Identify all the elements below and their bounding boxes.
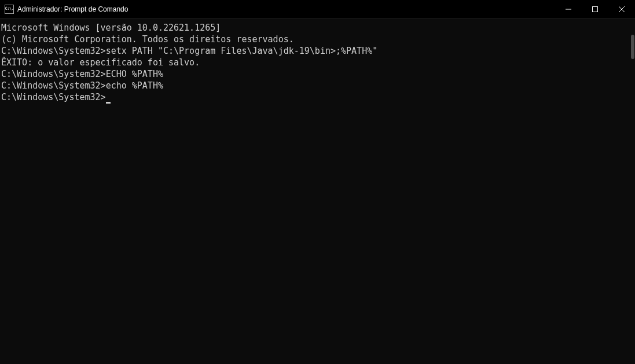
copyright-line: (c) Microsoft Corporation. Todos os dire… (1, 34, 626, 45)
terminal-output[interactable]: Microsoft Windows [versão 10.0.22621.126… (0, 19, 626, 364)
window-controls (555, 0, 635, 18)
prompt-path: C:\Windows\System32> (1, 69, 106, 79)
command-line: C:\Windows\System32>setx PATH "C:\Progra… (1, 45, 626, 57)
svg-rect-1 (593, 7, 598, 12)
window-title: Administrador: Prompt de Comando (17, 5, 555, 13)
terminal-body[interactable]: Microsoft Windows [versão 10.0.22621.126… (0, 19, 635, 364)
command-line: C:\Windows\System32>ECHO %PATH% (1, 68, 626, 80)
command-text: setx PATH "C:\Program Files\Java\jdk-19\… (106, 46, 378, 56)
cmd-icon: C:\. (5, 5, 14, 14)
maximize-button[interactable] (582, 0, 608, 19)
version-line: Microsoft Windows [versão 10.0.22621.126… (1, 22, 626, 34)
command-text: echo %PATH% (106, 80, 163, 91)
success-line: ÊXITO: o valor especificado foi salvo. (1, 57, 626, 68)
command-text: ECHO %PATH% (106, 69, 163, 79)
current-prompt-line: C:\Windows\System32> (1, 91, 626, 103)
close-button[interactable] (608, 0, 635, 19)
scrollbar-track[interactable] (626, 19, 635, 364)
prompt-path: C:\Windows\System32> (1, 46, 106, 56)
prompt-path: C:\Windows\System32> (1, 80, 106, 91)
command-line: C:\Windows\System32>echo %PATH% (1, 80, 626, 91)
scrollbar-thumb[interactable] (631, 35, 634, 59)
minimize-button[interactable] (555, 0, 582, 19)
cursor (106, 102, 111, 104)
prompt-path: C:\Windows\System32> (1, 92, 106, 102)
title-bar[interactable]: C:\. Administrador: Prompt de Comando (0, 0, 635, 19)
